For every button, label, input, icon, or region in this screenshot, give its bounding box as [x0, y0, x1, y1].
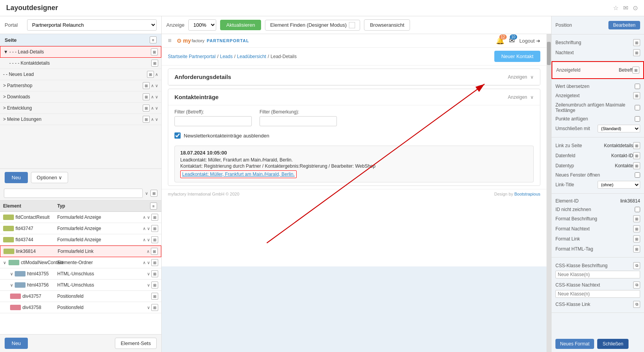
chevron-up-icon[interactable]: ∧ [151, 94, 154, 100]
logout-text[interactable]: Logout ➜ [519, 38, 540, 44]
scroll-icon[interactable]: ≡ [150, 36, 157, 43]
format-beschriftung-icon[interactable]: ⊞ [633, 215, 640, 222]
chevron-down-icon[interactable]: ∨ [147, 215, 150, 220]
bearbeiten-button[interactable]: Bearbeiten [608, 21, 640, 29]
format-html-tag-icon[interactable]: ⊞ [633, 246, 640, 252]
scrollbar[interactable] [547, 34, 551, 352]
element-finden-button[interactable]: Element Finden (Designer Modus) [265, 20, 360, 31]
nachtext-icon[interactable]: ⊞ [633, 49, 640, 56]
portal-select[interactable]: Partnerportal Relaunch [27, 19, 157, 31]
chevron-down-icon[interactable]: ∨ [155, 94, 158, 100]
aktualisieren-button[interactable]: Aktualisieren [220, 20, 261, 30]
css-klasse-link-copy-icon[interactable]: ⧉ [633, 301, 640, 308]
element-row-fld43747[interactable]: fld43747 Formularfeld Anzeige ∧ ∨ ⊞ [0, 223, 161, 234]
chevron-down-icon2[interactable]: ∨ [530, 94, 534, 100]
punkte-anfuegen-checkbox[interactable] [635, 116, 640, 122]
css-klasse-beschriftung-input[interactable] [555, 271, 640, 278]
star-icon[interactable]: ☆ [613, 4, 618, 12]
element-row-div43758[interactable]: div43758 Positionsfeld ∨ ⊞ [0, 302, 161, 313]
mail-icon[interactable]: ✉ [623, 4, 628, 12]
link-title-select[interactable]: (ohne) [598, 181, 640, 189]
zoom-select[interactable]: 100% [188, 19, 216, 31]
scrollbar-thumb[interactable] [547, 42, 551, 65]
bell-notification[interactable]: 🔔 12 [496, 36, 504, 45]
chevron-up-icon[interactable]: ∧ [143, 226, 146, 231]
filter-chevron[interactable]: ∨ [145, 191, 148, 196]
expand-icon[interactable]: ⊞ [151, 48, 158, 55]
element-neu-button[interactable]: Neu [5, 338, 28, 349]
tree-item-neues-lead[interactable]: - - Neues Lead ⊞ ∧ [0, 69, 161, 80]
grid-icon[interactable]: ⊞ [150, 190, 157, 197]
css-klasse-nachtext-copy-icon[interactable]: ⧉ [633, 282, 640, 288]
tree-item-kontaktdetails[interactable]: - - - - Kontaktdetails ⊞ [0, 58, 161, 69]
css-klasse-beschriftung-copy-icon[interactable]: ⧉ [633, 262, 640, 269]
neues-format-button[interactable]: Neues Format [555, 339, 594, 349]
chevron-down-icon[interactable]: ∨ [147, 226, 150, 231]
footer-design-link[interactable]: Bootstrapious [514, 192, 540, 196]
element-row-fldContactResult[interactable]: fldContactResult Formularfeld Anzeige ∧ … [0, 212, 161, 223]
breadcrumb-leaduebersicht[interactable]: Leadübersicht [237, 54, 266, 59]
neues-fenster-checkbox[interactable] [635, 172, 640, 178]
expand-icon[interactable]: ⊞ [147, 71, 154, 78]
designer-checkbox[interactable] [349, 22, 355, 28]
tree-item-meine-loesungen[interactable]: > Meine Lösungen ⊞ ∧ ∨ [0, 114, 161, 125]
beschriftung-icon[interactable]: ⊞ [633, 39, 640, 46]
chevron-down-icon[interactable]: ∨ [155, 106, 158, 111]
chevron-up-icon[interactable]: ∧ [143, 237, 146, 242]
chevron-down-icon[interactable]: ∨ [147, 283, 150, 288]
chevron-up-icon[interactable]: ∧ [147, 249, 150, 254]
expand-icon[interactable]: ⊞ [151, 60, 158, 67]
bemerkung-input[interactable] [260, 116, 337, 126]
element-menu-icon[interactable]: ⊞ [151, 259, 158, 266]
element-menu-icon[interactable]: ⊞ [151, 225, 158, 232]
chevron-up-icon[interactable]: ∧ [151, 117, 154, 122]
datentyp-icon[interactable]: ⊞ [633, 162, 640, 169]
element-menu-icon[interactable]: ⊞ [151, 304, 158, 311]
element-row-ctlModalNewContact[interactable]: ∨ ctlModalNewContact Elemente-Ordner ∧ ∨… [0, 257, 161, 268]
user-icon[interactable]: ⊙ [633, 4, 638, 12]
element-menu-icon[interactable]: ⊞ [151, 293, 158, 300]
datenfeld-icon[interactable]: ⊞ [633, 152, 640, 159]
wert-uebersetzen-checkbox[interactable] [635, 84, 640, 89]
chevron-up-icon[interactable]: ∧ [155, 72, 158, 77]
kontakteintrage-header[interactable]: Kontakteinträge Anzeigen ∨ [168, 89, 540, 105]
sidebar-neu-button[interactable]: Neu [5, 172, 28, 183]
expand-icon[interactable]: ⊞ [143, 82, 150, 89]
search-input[interactable] [4, 189, 143, 198]
element-sets-button[interactable]: Element-Sets [115, 338, 157, 349]
mail-notification[interactable]: ✉ 10 [509, 36, 515, 45]
optionen-button[interactable]: Optionen ∨ [31, 172, 68, 183]
chevron-up-icon[interactable]: ∧ [151, 83, 154, 88]
expand-icon[interactable]: ⊞ [143, 105, 150, 112]
tree-item-downloads[interactable]: > Downloads ⊞ ∧ ∨ [0, 91, 161, 103]
betreff-input[interactable] [174, 116, 252, 126]
element-row-html43755[interactable]: ∨ html43755 HTML-Umschluss ∨ ⊞ [0, 268, 161, 280]
scroll-header-icon[interactable]: ≡ [150, 203, 157, 209]
element-row-html43756[interactable]: ∨ html43756 HTML-Umschluss ∨ ⊞ [0, 280, 161, 291]
contact-link[interactable]: Leadkontakt: Müller, Frankfurt am Main./… [180, 170, 297, 178]
breadcrumb-startseite[interactable]: Startseite Partnerportal [168, 54, 215, 59]
anforderungsdetails-header[interactable]: Anforderungsdetails Anzeigen ∨ [168, 69, 540, 85]
link-zu-seite-icon[interactable]: ⊞ [633, 142, 640, 149]
schliessen-button[interactable]: Schließen [597, 339, 629, 349]
format-nachtext-icon[interactable]: ⊞ [633, 225, 640, 232]
breadcrumb-leads[interactable]: Leads [220, 54, 233, 59]
newsletter-checkbox[interactable] [174, 132, 181, 139]
umschliessen-select[interactable]: (Standard) [598, 125, 640, 132]
tree-item-lead-details[interactable]: ▼ - - - Lead-Details ⊞ [0, 46, 161, 58]
chevron-down-icon[interactable]: ∨ [530, 74, 534, 80]
expand-icon[interactable]: ⊞ [143, 116, 150, 123]
browseransicht-button[interactable]: Browseransicht [364, 19, 410, 31]
element-row-link36814[interactable]: link36814 Formularfeld Link ∧ ⊞ [0, 246, 161, 257]
anzeigetext-icon[interactable]: ⊞ [633, 92, 640, 99]
neuer-kontakt-button[interactable]: Neuer Kontakt [494, 51, 540, 62]
css-klasse-nachtext-input[interactable] [555, 290, 640, 298]
element-menu-icon[interactable]: ⊞ [151, 214, 158, 221]
chevron-down-icon[interactable]: ∨ [147, 271, 150, 276]
anzeigefeld-icon[interactable]: ⊞ [632, 67, 639, 74]
zeilenumbruch-checkbox[interactable] [635, 105, 640, 110]
tree-item-partnershop[interactable]: > Partnershop ⊞ ∧ ∨ [0, 80, 161, 91]
chevron-down-icon[interactable]: ∨ [147, 305, 150, 310]
element-menu-icon[interactable]: ⊞ [151, 282, 158, 288]
element-row-div43757[interactable]: div43757 Positionsfeld ⊞ [0, 291, 161, 302]
